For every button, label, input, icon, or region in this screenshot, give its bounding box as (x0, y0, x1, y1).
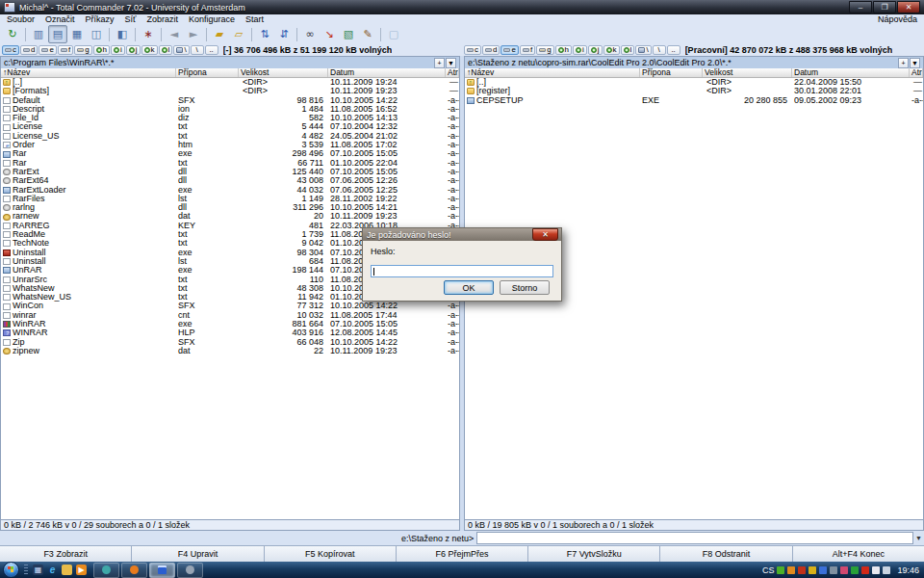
back-icon[interactable]: ◄ (165, 25, 184, 43)
internet-explorer-icon[interactable]: e (47, 565, 58, 575)
drive-h-button[interactable]: h (93, 45, 110, 55)
right-history-button[interactable]: + (898, 58, 909, 68)
fkey-alt-f4-konec[interactable]: Alt+F4 Konec (793, 546, 924, 562)
menu-ozna-it[interactable]: Označit (45, 14, 75, 24)
start-button[interactable] (3, 562, 19, 578)
total-commander-window[interactable] (149, 563, 175, 578)
unpack-icon[interactable]: ▱ (229, 25, 248, 43)
language-indicator[interactable]: CS (762, 565, 775, 575)
cancel-button[interactable]: Storno (500, 280, 550, 295)
column-header-n-zev[interactable]: ↑Název (1, 68, 176, 77)
left-history-button[interactable]: + (434, 58, 445, 68)
drive-c-button[interactable]: c (464, 45, 481, 55)
drive-j-button[interactable]: j (588, 45, 603, 55)
menu-start[interactable]: Start (245, 14, 264, 24)
file-row[interactable]: [Formats]<DIR>10.11.2009 19:23— (1, 87, 459, 95)
file-row[interactable]: rarlngdll311 29610.10.2005 14:21-a-- (1, 203, 459, 212)
column-header-velikost[interactable]: Velikost (703, 68, 792, 77)
fkey-f6-p-ejmp-es[interactable]: F6 PřejmPřes (397, 546, 528, 562)
safe-icon[interactable] (851, 566, 859, 574)
drive-g-button[interactable]: g (74, 45, 91, 55)
dialog-close-icon[interactable]: ✕ (532, 228, 558, 241)
error-icon[interactable] (861, 566, 869, 574)
file-row[interactable]: WinRARexe881 66407.10.2005 15:05-a-- (1, 320, 459, 328)
drive-l-button[interactable]: l (159, 45, 173, 55)
key-icon[interactable] (808, 566, 816, 574)
taskbar-clock[interactable]: 19:46 (897, 565, 919, 575)
network-drive-button[interactable]: \ (635, 45, 651, 55)
thumbnails-view-icon[interactable]: ▦ (67, 25, 87, 43)
file-row[interactable]: RarExtdll125 44007.10.2005 15:05-a-- (1, 168, 459, 176)
column-header-n-zev[interactable]: ↑Název (465, 68, 640, 77)
menu-konfigurace[interactable]: Konfigurace (189, 14, 235, 24)
column-header-atr[interactable]: Atr (910, 68, 923, 77)
fkey-f5-kop-rovat[interactable]: F5 Kopírovat (265, 546, 397, 562)
file-row[interactable]: winrarcnt10 03211.08.2005 17:44-a-- (1, 311, 459, 320)
tree-view-icon[interactable]: ◫ (87, 25, 106, 43)
command-history-dropdown[interactable]: ▼ (914, 532, 923, 544)
file-row[interactable]: RarFileslst1 14928.11.2002 19:22-a-- (1, 195, 459, 203)
drive-g-button[interactable]: g (536, 45, 553, 55)
brief-view-icon[interactable]: ▥ (29, 25, 48, 43)
calculator-icon[interactable]: ▢ (384, 25, 403, 43)
display-icon[interactable] (872, 566, 880, 574)
fkey-f4-upravit[interactable]: F4 Upravit (132, 546, 264, 562)
file-row[interactable]: RarExtLoaderexe44 03207.06.2005 12:25-a-… (1, 186, 459, 195)
ok-button[interactable]: OK (444, 280, 494, 295)
left-path-bar[interactable]: c:\Program Files\WinRAR\*.* + ▼ (1, 57, 459, 68)
refresh-icon[interactable]: ↻ (3, 25, 22, 43)
file-row[interactable]: [..]<DIR>10.11.2009 19:24— (1, 78, 459, 87)
app-window-1[interactable] (93, 563, 119, 578)
quick-view-icon[interactable]: ◧ (113, 25, 132, 43)
column-header-p-pona[interactable]: Přípona (176, 68, 239, 77)
file-row[interactable]: DefaultSFX98 81610.10.2005 14:22-a-- (1, 96, 459, 105)
drive-i-button[interactable]: i (111, 45, 125, 55)
menu-zobrazit[interactable]: Zobrazit (146, 14, 178, 24)
ftp-connect-icon[interactable]: ⇅ (255, 25, 274, 43)
left-hotlist-button[interactable]: ▼ (446, 58, 456, 68)
drive-h-button[interactable]: h (555, 45, 572, 55)
menu-p-kazy[interactable]: Příkazy (86, 14, 115, 24)
volume-mixer-icon[interactable] (830, 566, 837, 574)
explorer-icon[interactable] (62, 565, 72, 575)
right-hotlist-button[interactable]: ▼ (910, 58, 920, 68)
network-drive-button[interactable]: \ (173, 45, 189, 55)
file-row[interactable]: CEPSETUPEXE20 280 85509.05.2002 09:23-a-… (465, 96, 923, 105)
file-row[interactable]: rarnewdat2010.11.2009 19:23-a-- (1, 212, 459, 221)
goto-icon[interactable]: ↘ (320, 25, 339, 43)
sound-icon[interactable] (883, 566, 890, 574)
antivirus-icon[interactable] (777, 566, 784, 574)
file-row[interactable]: Rartxt66 71101.10.2005 22:04-a-- (1, 159, 459, 168)
notes-icon[interactable]: ✎ (358, 25, 377, 43)
fkey-f8-odstranit[interactable]: F8 Odstranit (660, 546, 792, 562)
file-row[interactable]: Licensetxt5 44407.10.2004 12:32-a-- (1, 122, 459, 131)
sync-dirs-icon[interactable]: ▧ (339, 25, 358, 43)
quick-launch-grip[interactable] (24, 565, 28, 576)
drive-f-button[interactable]: f (520, 45, 535, 55)
messenger-icon[interactable] (840, 566, 848, 574)
full-view-icon[interactable]: ▤ (48, 25, 67, 43)
parent-dir-button[interactable]: .. (667, 45, 680, 55)
drive-c-button[interactable]: c (2, 45, 19, 55)
minimize-button[interactable]: – (849, 1, 872, 13)
app-window-2[interactable] (177, 563, 203, 578)
file-row[interactable]: RarExt64dll43 00807.06.2005 12:26-a-- (1, 176, 459, 185)
file-row[interactable]: File_Iddiz58210.10.2005 14:13-a-- (1, 114, 459, 122)
app-icon[interactable] (4, 2, 15, 13)
forward-icon[interactable]: ► (184, 25, 203, 43)
network-icon[interactable] (819, 566, 827, 574)
file-row[interactable]: WINRARHLP403 91612.08.2005 14:45-a-- (1, 328, 459, 337)
file-row[interactable]: Orderhtm3 53911.08.2005 17:02-a-- (1, 141, 459, 149)
updater-icon[interactable] (787, 566, 795, 574)
parent-dir-button[interactable]: .. (205, 45, 218, 55)
column-header-datum[interactable]: Datum (792, 68, 910, 77)
root-dir-button[interactable]: \ (653, 45, 666, 55)
media-center-icon[interactable]: ▦ (33, 565, 43, 575)
file-row[interactable]: Rarexe298 49607.10.2005 15:05-a-- (1, 149, 459, 158)
column-header-atr[interactable]: Atr (446, 68, 459, 77)
command-input[interactable] (476, 532, 913, 544)
drive-j-button[interactable]: j (126, 45, 141, 55)
search-icon[interactable]: ∞ (300, 25, 320, 43)
drive-d-button[interactable]: d (482, 45, 500, 55)
column-header-p-pona[interactable]: Přípona (640, 68, 703, 77)
